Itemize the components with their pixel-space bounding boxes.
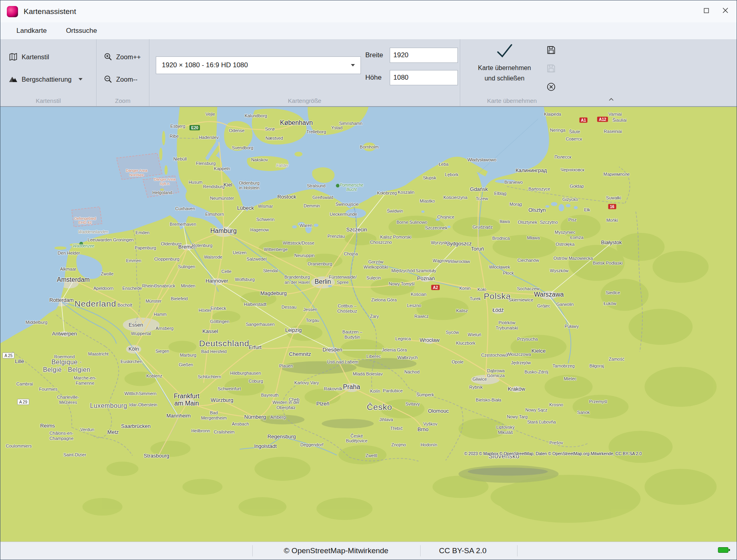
map-label: Sulęcin [366,275,381,280]
map-label: Arnsberg [156,325,174,331]
map-icon [8,52,18,62]
map-label: Einbeck [210,305,226,311]
map-label: Chojna [344,251,358,257]
kartenstil-button[interactable]: Kartenstil [5,49,52,65]
map-label: Tarnobrzeg [553,363,575,369]
map-label: Poznań [417,276,435,282]
map-label: Klaipėda [544,112,561,117]
map-label: Wieluń [468,332,481,337]
save-as-button[interactable] [545,62,557,74]
breite-input[interactable] [390,48,458,63]
size-preset-select[interactable]: 1920 × 1080 - 16:9 HD 1080 [156,56,361,74]
map-label: Svitavy [406,401,420,406]
map-label: Weiden in der Oberpfalz [272,400,300,410]
zoom-out-button[interactable]: Zoom-- [101,71,141,87]
map-label: Garwolin [556,302,574,307]
apply-button-label: Karte übernehmen und schließen [478,63,531,83]
map-label: Würzburg [211,397,233,403]
map-label: Wałbrzych [397,355,418,360]
map-label: Rotenburg [192,243,212,248]
map-canvas[interactable]: VejleKalundborgKøbenhavnSimrishamnEsbjer… [0,106,737,542]
map-label: Kassel [202,329,218,335]
map-label: Świdwin [387,208,403,213]
map-label: Krosno [549,402,563,407]
statusbar: © OpenStreetMap-Mitwirkende CC BY-SA 2.0 [0,542,737,560]
map-label: Coulommiers [6,444,32,449]
close-button[interactable] [716,2,735,19]
map-label: Essen [129,322,143,328]
save-button[interactable] [545,44,557,56]
map-label: Bautzen – Budyšin [342,329,362,339]
map-label: Kalundborg [245,113,267,118]
chevron-down-icon [79,78,83,80]
titlebar: Kartenassistent [0,0,737,22]
map-label: Walsrode [204,254,222,259]
map-label: Pisz [568,217,577,223]
map-label: Łeba [439,162,448,167]
map-label: Zwolle [101,271,114,277]
map-label: Władysławowo [467,157,497,163]
bergschattierung-button-label: Bergschattierung [22,76,72,83]
road-badge-icon: 16 [608,204,616,209]
map-label: Jessen [303,307,317,312]
map-label: Borne Sulinowo [397,219,427,225]
map-label: Luxembourg [90,402,127,409]
map-label: Siedlce [606,290,620,295]
app-icon [7,6,18,17]
map-label: Crailsheim [214,430,235,435]
map-label: Maastricht [88,351,109,357]
map-label: Höxter [199,308,211,313]
tab-ortssuche[interactable]: Ortssuche [66,27,97,35]
map-label: Pardubice [383,388,403,393]
map-label: Lębork [445,172,459,177]
map-label: Torgau [306,318,319,323]
map-label: Oranienburg [308,261,332,267]
map-label: Esbjerg [170,123,185,128]
map-label: Wittstock/Dosse [283,241,314,246]
map-label: Deggendorf [300,442,324,447]
map-label: Niebüll [173,157,187,162]
map-label: Osnabrück [154,283,175,289]
map-label: Olsztynek [518,219,537,225]
map-label: Chojnice [437,214,455,219]
map-label: Papenburg [135,245,156,251]
bergschattierung-button[interactable]: Bergschattierung [5,71,86,87]
map-label: Wismar [258,203,273,209]
map-label: Husum [189,180,203,185]
breite-label: Breite [365,51,389,59]
map-label: Šiauliai [612,117,626,122]
map-label: Kluczbork [456,340,475,345]
map-label: Suwałki [606,195,621,201]
maximize-button[interactable] [697,2,716,19]
map-label: Magdeburg [260,290,287,296]
map-label: České Budějovice [346,434,368,444]
map-label: Syców [446,329,459,335]
map-label: Bad Mergentheim [201,410,227,420]
statusbar-separator [517,545,518,556]
map-label: Łuków [604,301,616,306]
map-label: Ansbach [232,421,249,426]
window-title: Kartenassistent [24,7,76,16]
map-label: Toruń [471,246,484,252]
map-label: Neringa [550,127,566,132]
group-label-kartenstil: Kartenstil [0,97,96,104]
map-label: Simrishamn [339,121,362,126]
map-label: Česko [367,402,393,412]
apply-button[interactable]: Karte übernehmen und schließen [467,42,542,95]
map-label: Turek [470,296,481,301]
map-label: Odense [229,128,245,133]
ribbon-collapse-button[interactable] [606,96,616,104]
map-label: Apeldoorn [93,286,113,291]
zoom-in-button[interactable]: Zoom++ [101,49,144,65]
map-label: Bydgoszcz [447,241,472,247]
cancel-button[interactable] [545,81,557,93]
map-label: Simmern [139,391,157,396]
map-label: Puławy [565,324,579,329]
map-label: Rakovník [324,386,342,391]
map-label: Morąg [509,202,522,207]
map-label: Włocławek [489,264,510,269]
hoehe-input[interactable] [390,70,458,85]
tab-landkarte[interactable]: Landkarte [16,27,47,35]
map-label: Ciechanów [518,258,539,263]
map-label: Busko-Zdrój [524,369,548,375]
